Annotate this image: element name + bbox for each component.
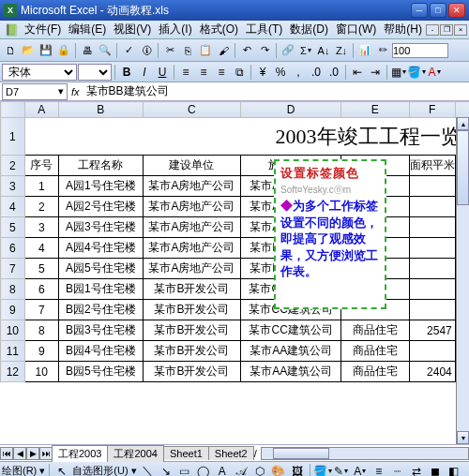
cell[interactable]: 2547	[409, 320, 455, 341]
fx-icon[interactable]: fx	[71, 86, 80, 97]
row-header[interactable]: 5	[1, 217, 25, 238]
font-size-select[interactable]	[78, 64, 112, 81]
cell[interactable]: 商品住宅	[341, 341, 410, 362]
row-header[interactable]: 2	[1, 156, 25, 176]
row-header[interactable]: 9	[1, 300, 25, 320]
menu-edit[interactable]: 编辑(E)	[65, 21, 110, 38]
wordart-button[interactable]: 𝒜	[233, 463, 250, 477]
menu-format[interactable]: 格式(O)	[196, 21, 242, 38]
comma-button[interactable]: ,	[290, 64, 307, 81]
sort-asc-button[interactable]: A↓	[315, 42, 332, 59]
align-right-button[interactable]: ≡	[213, 64, 230, 81]
menu-tools[interactable]: 工具(T)	[242, 21, 286, 38]
oval-button[interactable]: ◯	[195, 463, 212, 477]
underline-button[interactable]: U	[154, 64, 171, 81]
mdi-minimize[interactable]: -	[426, 24, 439, 36]
table-row[interactable]: 31A园1号住宅楼某市A房地产公司某市AA建筑公司	[1, 176, 470, 197]
tab-last-button[interactable]: ⏭	[39, 447, 53, 460]
line-button[interactable]: ＼	[139, 463, 156, 477]
table-row[interactable]: 86B园1号住宅楼某市B开发公司某市CC建筑公司	[1, 279, 470, 300]
col-header[interactable]: E	[341, 102, 410, 118]
cell[interactable]: 4	[24, 238, 58, 259]
print-button[interactable]: 🖶	[79, 42, 96, 59]
cell[interactable]: 某市A房地产公司	[143, 238, 241, 259]
cell[interactable]	[409, 217, 455, 238]
row-header[interactable]: 6	[1, 238, 25, 259]
col-header[interactable]: D	[241, 102, 341, 118]
line-color-button[interactable]: ✎	[333, 463, 350, 477]
cell[interactable]	[409, 341, 455, 362]
cell[interactable]: 某市CC建筑公司	[241, 320, 341, 341]
col-header[interactable]: C	[143, 102, 241, 118]
col-header[interactable]	[455, 102, 469, 118]
comment-callout[interactable]: 设置标签颜色 Soft¤Yesky.cⓞm ◆为多个工作标签设置不同的颜色，即提…	[274, 159, 386, 309]
cell[interactable]: A园3号住宅楼	[58, 217, 143, 238]
cell[interactable]: 序号	[24, 156, 58, 176]
line-style-button[interactable]: ≡	[371, 463, 387, 477]
maximize-button[interactable]: □	[430, 3, 446, 18]
table-row[interactable]: 64A园4号住宅楼某市A房地产公司某市BB建筑公司	[1, 238, 470, 259]
redo-button[interactable]: ↷	[256, 42, 273, 59]
arrow-style-button[interactable]: ⇄	[408, 463, 425, 477]
hyperlink-button[interactable]: 🔗	[280, 42, 296, 59]
table-row[interactable]: 1210B园5号住宅楼某市B开发公司某市AA建筑公司商品住宅2404	[1, 362, 470, 382]
close-button[interactable]: ✕	[448, 3, 465, 18]
sheet-tab[interactable]: 工程2003	[52, 445, 108, 462]
cell[interactable]: A园4号住宅楼	[58, 238, 143, 259]
preview-button[interactable]: 🔍	[97, 42, 113, 59]
picture-button[interactable]: 🖼	[289, 463, 306, 477]
tab-first-button[interactable]: ⏮	[0, 447, 13, 460]
menu-help[interactable]: 帮助(H)	[380, 21, 426, 38]
cell[interactable]: 某市B开发公司	[143, 300, 241, 320]
zoom-field[interactable]	[392, 43, 448, 58]
format-painter-button[interactable]: 🖌	[215, 42, 232, 59]
cell[interactable]: 9	[24, 341, 58, 362]
row-header[interactable]: 11	[1, 341, 25, 362]
scroll-thumb[interactable]	[457, 130, 469, 205]
cell[interactable]: A园1号住宅楼	[58, 176, 143, 197]
cell[interactable]: 某市B开发公司	[143, 279, 241, 300]
cell[interactable]	[409, 176, 455, 197]
menu-file[interactable]: 文件(F)	[21, 21, 65, 38]
row-header[interactable]: 1	[1, 118, 25, 156]
undo-button[interactable]: ↶	[238, 42, 255, 59]
minimize-button[interactable]: ─	[411, 3, 428, 18]
cell[interactable]: 5	[24, 259, 58, 279]
cell[interactable]: 工程名称	[58, 156, 143, 176]
align-center-button[interactable]: ≡	[195, 64, 212, 81]
arrow-button[interactable]: ↘	[158, 463, 174, 477]
autosum-button[interactable]: Σ	[297, 42, 314, 59]
autoshapes-menu[interactable]: 自选图形(U) ▾	[72, 464, 136, 476]
cell[interactable]: 某市B开发公司	[143, 362, 241, 382]
sheet-tab[interactable]: 工程2004	[107, 445, 163, 462]
scroll-thumb[interactable]	[273, 448, 329, 459]
row-header[interactable]: 7	[1, 259, 25, 279]
align-left-button[interactable]: ≡	[177, 64, 194, 81]
sheet-tab[interactable]: Sheet2	[208, 446, 254, 460]
row-header[interactable]: 12	[1, 362, 25, 382]
new-button[interactable]: 🗋	[2, 42, 19, 59]
drawing-menu[interactable]: 绘图(R) ▾	[2, 464, 45, 476]
rectangle-button[interactable]: ▭	[176, 463, 193, 477]
cell[interactable]: 2	[24, 197, 58, 217]
cell[interactable]: 商品住宅	[341, 362, 410, 382]
cell[interactable]: B园5号住宅楼	[58, 362, 143, 382]
cut-button[interactable]: ✂	[161, 42, 178, 59]
column-headers[interactable]: A B C D E F	[1, 102, 470, 118]
table-row[interactable]: 75A园5号住宅楼某市A房地产公司某市BB建筑公司	[1, 259, 470, 279]
spelling-button[interactable]: ✓	[120, 42, 137, 59]
cell[interactable]	[409, 197, 455, 217]
sheet-tab[interactable]: Sheet1	[163, 446, 209, 460]
increase-indent-button[interactable]: ⇥	[367, 64, 384, 81]
table-row[interactable]: 108B园3号住宅楼某市B开发公司某市CC建筑公司商品住宅2547	[1, 320, 470, 341]
grid[interactable]: A B C D E F 1 2003年竣工工程一览表 2 序号 工程名称 建设单…	[0, 101, 469, 382]
decrease-indent-button[interactable]: ⇤	[349, 64, 366, 81]
cell[interactable]: 8	[24, 320, 58, 341]
clipart-button[interactable]: 🎨	[270, 463, 287, 477]
vertical-scrollbar[interactable]: ▴ ▾	[456, 117, 469, 444]
cell[interactable]: 某市A房地产公司	[143, 197, 241, 217]
cell[interactable]: 6	[24, 279, 58, 300]
chart-button[interactable]: 📊	[356, 42, 373, 59]
percent-button[interactable]: %	[272, 64, 289, 81]
menu-view[interactable]: 视图(V)	[110, 21, 155, 38]
